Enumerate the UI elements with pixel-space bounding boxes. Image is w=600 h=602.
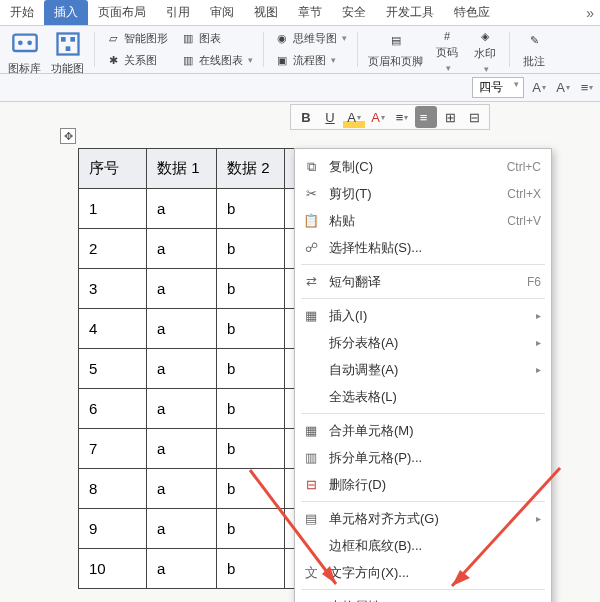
ctx-cell-align[interactable]: ▤单元格对齐方式(G)▸ — [295, 505, 551, 532]
table-cell[interactable]: 3 — [79, 269, 147, 309]
ctx-delete-row[interactable]: ⊟删除行(D) — [295, 471, 551, 498]
table-cell[interactable]: a — [147, 509, 217, 549]
mini-underline[interactable]: U — [319, 106, 341, 128]
fontinc-icon[interactable]: A — [530, 79, 548, 97]
cell-align-icon: ▤ — [301, 509, 321, 529]
tab-special[interactable]: 特色应 — [444, 0, 500, 25]
mini-align-icon[interactable]: ≡ — [391, 106, 413, 128]
ribbon-chart[interactable]: ▥图表 — [176, 28, 257, 48]
ctx-translate[interactable]: ⇄短句翻译F6 — [295, 268, 551, 295]
chevron-right-icon: ▸ — [536, 337, 541, 348]
ribbon-smartshape[interactable]: ▱智能图形 — [101, 28, 172, 48]
table-cell[interactable]: 4 — [79, 309, 147, 349]
ctx-paste-special[interactable]: ☍选择性粘贴(S)... — [295, 234, 551, 261]
ribbon-funcgraph[interactable]: 功能图 — [47, 28, 88, 71]
ctx-paste[interactable]: 📋粘贴Ctrl+V — [295, 207, 551, 234]
table-cell[interactable]: b — [217, 349, 285, 389]
ctx-autofit[interactable]: 自动调整(A)▸ — [295, 356, 551, 383]
text-direction-icon: 文 — [301, 563, 321, 583]
table-cell[interactable]: a — [147, 269, 217, 309]
mindmap-icon: ◉ — [274, 30, 290, 46]
ctx-table-properties[interactable]: ▦表格属性(R)... — [295, 593, 551, 602]
comment-icon: ✎ — [520, 30, 548, 51]
ribbon-onlinechart[interactable]: ▥在线图表 — [176, 50, 257, 70]
font-toolbar: 四号 A A ≡ — [0, 74, 600, 102]
mini-insertrow-icon[interactable]: ⊞ — [439, 106, 461, 128]
table-cell[interactable]: b — [217, 229, 285, 269]
funcgraph-icon — [54, 30, 82, 58]
ribbon-pagenum[interactable]: #页码 — [429, 28, 465, 71]
ctx-insert[interactable]: ▦插入(I)▸ — [295, 302, 551, 329]
th-data2[interactable]: 数据 2 — [217, 149, 285, 189]
mini-deleterow-icon[interactable]: ⊟ — [463, 106, 485, 128]
table-cell[interactable]: b — [217, 189, 285, 229]
ctx-separator — [301, 298, 545, 299]
linespacing-icon[interactable]: ≡ — [578, 79, 596, 97]
ribbon-relation[interactable]: ✱关系图 — [101, 50, 172, 70]
ctx-text-direction[interactable]: 文文字方向(X)... — [295, 559, 551, 586]
ribbon-comment[interactable]: ✎批注 — [516, 28, 552, 71]
flowchart-icon: ▣ — [274, 52, 290, 68]
ctx-cut[interactable]: ✂剪切(T)Ctrl+X — [295, 180, 551, 207]
relation-icon: ✱ — [105, 52, 121, 68]
table-cell[interactable]: a — [147, 469, 217, 509]
table-cell[interactable]: a — [147, 549, 217, 589]
table-cell[interactable]: b — [217, 429, 285, 469]
table-cell[interactable]: a — [147, 349, 217, 389]
tab-references[interactable]: 引用 — [156, 0, 200, 25]
table-cell[interactable]: 9 — [79, 509, 147, 549]
ribbon-headerfooter[interactable]: ▤页眉和页脚 — [364, 28, 427, 71]
ribbon-watermark[interactable]: ◈水印 — [467, 28, 503, 71]
mini-highlight[interactable]: A — [343, 106, 365, 128]
table-cell[interactable]: a — [147, 429, 217, 469]
copy-icon: ⧉ — [301, 157, 321, 177]
ctx-selectall-table[interactable]: 全选表格(L) — [295, 383, 551, 410]
tab-start[interactable]: 开始 — [0, 0, 44, 25]
tab-security[interactable]: 安全 — [332, 0, 376, 25]
table-cell[interactable]: b — [217, 389, 285, 429]
table-cell[interactable]: 2 — [79, 229, 147, 269]
ctx-separator — [301, 589, 545, 590]
ctx-split-cells[interactable]: ▥拆分单元格(P)... — [295, 444, 551, 471]
table-cell[interactable]: a — [147, 189, 217, 229]
tab-pagelayout[interactable]: 页面布局 — [88, 0, 156, 25]
mini-alignmenu-icon[interactable]: ≡ — [415, 106, 437, 128]
table-cell[interactable]: 5 — [79, 349, 147, 389]
table-cell[interactable]: a — [147, 309, 217, 349]
ribbon-mindmap[interactable]: ◉思维导图 — [270, 28, 351, 48]
table-cell[interactable]: b — [217, 309, 285, 349]
table-cell[interactable]: a — [147, 229, 217, 269]
tabs-overflow-icon[interactable]: » — [586, 5, 594, 21]
mini-bold[interactable]: B — [295, 106, 317, 128]
tab-chapter[interactable]: 章节 — [288, 0, 332, 25]
table-move-handle-icon[interactable]: ✥ — [60, 128, 76, 144]
table-cell[interactable]: a — [147, 389, 217, 429]
table-cell[interactable]: b — [217, 469, 285, 509]
table-cell[interactable]: 10 — [79, 549, 147, 589]
table-cell[interactable]: 6 — [79, 389, 147, 429]
mini-fontcolor[interactable]: A — [367, 106, 389, 128]
table-cell[interactable]: b — [217, 509, 285, 549]
fontdec-icon[interactable]: A — [554, 79, 572, 97]
tab-insert[interactable]: 插入 — [44, 0, 88, 25]
th-index[interactable]: 序号 — [79, 149, 147, 189]
ctx-copy[interactable]: ⧉复制(C)Ctrl+C — [295, 153, 551, 180]
table-cell[interactable]: 1 — [79, 189, 147, 229]
fontsize-combo[interactable]: 四号 — [472, 77, 524, 98]
tab-devtools[interactable]: 开发工具 — [376, 0, 444, 25]
ctx-split-table[interactable]: 拆分表格(A)▸ — [295, 329, 551, 356]
ctx-merge-cells[interactable]: ▦合并单元格(M) — [295, 417, 551, 444]
table-cell[interactable]: b — [217, 269, 285, 309]
table-cell[interactable]: 8 — [79, 469, 147, 509]
paste-icon: 📋 — [301, 211, 321, 231]
th-data1[interactable]: 数据 1 — [147, 149, 217, 189]
ctx-borders[interactable]: 边框和底纹(B)... — [295, 532, 551, 559]
ribbon-flowchart[interactable]: ▣流程图 — [270, 50, 351, 70]
table-cell[interactable]: b — [217, 549, 285, 589]
pagenum-icon: # — [433, 30, 461, 42]
tab-review[interactable]: 审阅 — [200, 0, 244, 25]
table-cell[interactable]: 7 — [79, 429, 147, 469]
tab-view[interactable]: 视图 — [244, 0, 288, 25]
ribbon-iconlib[interactable]: 图标库 — [4, 28, 45, 71]
translate-icon: ⇄ — [301, 272, 321, 292]
